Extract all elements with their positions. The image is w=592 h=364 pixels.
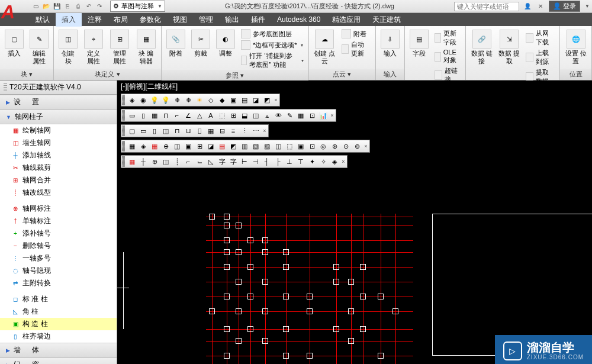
tool-icon[interactable]: 字 xyxy=(228,156,239,167)
tool-icon[interactable]: ▨ xyxy=(262,141,272,152)
freeze-icon[interactable]: ❄ xyxy=(183,95,194,105)
tool-icon[interactable]: ◪ xyxy=(205,141,216,152)
drawing-canvas[interactable]: [-][俯视][二维线框] ◈◉💡💡❄❄☀◇◆▣▤◪◩ × ▭▯▦⊓⌐∠△A⬚⊞… xyxy=(117,80,592,364)
tree-item[interactable]: +添补轴号 xyxy=(0,227,117,240)
toolbar-annotate[interactable]: ▭▯▦⊓⌐∠△A⬚⊞⬓◫⟁👁✎▦⊡📊 × xyxy=(121,109,336,122)
tool-icon[interactable]: ◫ xyxy=(273,141,284,152)
upload-source-button[interactable]: 上载到源 xyxy=(525,48,556,67)
tree-item[interactable]: ▯柱齐墙边 xyxy=(0,330,117,343)
tree-item[interactable]: †单轴标注 xyxy=(0,215,117,227)
tool-icon[interactable]: ✦ xyxy=(307,156,317,167)
tab-featured[interactable]: 精选应用 xyxy=(326,13,366,27)
pc-autoupdate-button[interactable]: 自动更新 xyxy=(340,40,372,59)
tool-icon[interactable]: ▣ xyxy=(183,141,194,152)
snap-underlay-button[interactable]: 打开 "捕捉到参考底图" 功能▾ xyxy=(240,51,305,70)
tool-icon[interactable]: ◺ xyxy=(205,156,216,167)
close-icon[interactable]: × xyxy=(262,125,268,136)
tree-item[interactable]: −删除轴号 xyxy=(0,240,117,252)
tab-annotate[interactable]: 注释 xyxy=(82,13,108,27)
tool-icon[interactable]: ⊕ xyxy=(149,156,160,167)
tree-item[interactable]: ◺角 柱 xyxy=(0,305,117,318)
tool-icon[interactable]: ▦ xyxy=(295,110,306,121)
layer-icon[interactable]: ◪ xyxy=(250,95,261,105)
tool-icon[interactable]: ⊢ xyxy=(239,156,250,167)
tab-plugin[interactable]: 插件 xyxy=(245,13,271,27)
tool-icon[interactable]: ◫ xyxy=(160,125,171,136)
tool-icon[interactable]: ⊓ xyxy=(172,125,182,136)
tree-item[interactable]: ⊕轴网标注 xyxy=(0,202,117,215)
close-icon[interactable]: × xyxy=(340,156,346,167)
tool-icon[interactable]: ▯ xyxy=(138,110,149,121)
tool-icon[interactable]: ◈ xyxy=(138,141,149,152)
download-source-button[interactable]: 从网下载 xyxy=(525,28,556,47)
panel-title-bar[interactable]: T20天正建筑软件 V4.0 xyxy=(0,80,117,95)
frames-vary-button[interactable]: *边框可变选项*▾ xyxy=(240,40,305,50)
layer-icon[interactable]: ▣ xyxy=(228,95,239,105)
layer-icon[interactable]: ◉ xyxy=(138,95,149,105)
tool-icon[interactable]: ⊣ xyxy=(250,156,261,167)
tab-a360[interactable]: Autodesk 360 xyxy=(271,14,326,25)
tool-icon[interactable]: ▭ xyxy=(127,110,137,121)
block-editor-button[interactable]: ▦块 编辑器 xyxy=(135,28,157,66)
tool-icon[interactable]: ⬚ xyxy=(284,141,295,152)
tree-item[interactable]: ⇄主附转换 xyxy=(0,277,117,289)
field-button[interactable]: ▤字段 xyxy=(408,28,430,59)
tool-icon[interactable]: ▦ xyxy=(149,141,160,152)
sun-icon[interactable]: ☀ xyxy=(194,95,205,105)
tool-icon[interactable]: ┤ xyxy=(262,156,272,167)
manage-attr-button[interactable]: ⊞管理 属性 xyxy=(108,28,131,66)
tool-icon[interactable]: ◫ xyxy=(250,110,261,121)
tool-icon[interactable]: ⌙ xyxy=(194,156,205,167)
infocenter-icon[interactable]: 👤 xyxy=(523,2,532,11)
toolbar-modify[interactable]: ▢▭▯◫⊓⊔⌷▦⊟≡⋮⋯ × xyxy=(121,124,269,137)
group-title-reference[interactable]: 参照 ▾ xyxy=(162,70,308,81)
tool-icon[interactable]: ⊛ xyxy=(329,141,340,152)
data-link-button[interactable]: 🔗数据 链接 xyxy=(469,28,493,66)
signin-button[interactable]: 👤 登录 xyxy=(549,1,580,12)
tool-icon[interactable]: ◈ xyxy=(329,156,340,167)
tool-icon[interactable]: ▢ xyxy=(127,125,137,136)
tool-icon[interactable]: ⊞ xyxy=(194,141,205,152)
tool-icon[interactable]: ⊡ xyxy=(307,110,317,121)
attach-button[interactable]: 📎附着 xyxy=(165,28,186,59)
qa-redo-icon[interactable]: ↷ xyxy=(95,2,104,11)
tool-icon[interactable]: ┊ xyxy=(172,156,182,167)
tool-icon[interactable]: ∠ xyxy=(183,110,194,121)
close-icon[interactable]: × xyxy=(273,95,279,105)
tab-manage[interactable]: 管理 xyxy=(193,13,219,27)
tool-icon[interactable]: ⌷ xyxy=(194,125,205,136)
tool-icon[interactable]: ⊓ xyxy=(160,110,171,121)
tool-icon[interactable]: ⊙ xyxy=(340,141,351,152)
tool-icon[interactable]: ⌐ xyxy=(183,156,194,167)
define-attr-button[interactable]: ⌖定义 属性 xyxy=(82,28,105,66)
tool-icon[interactable]: ┼ xyxy=(138,156,149,167)
underlay-layers-button[interactable]: 参考底图图层 xyxy=(240,28,305,39)
toolbar-tangent1[interactable]: ▦◈▦⊕◫▣⊞◪▤◩▥▧▨◫⬚▣⊡◎⊛⊙⊚ × xyxy=(121,140,370,153)
tool-icon[interactable]: ⊞ xyxy=(228,110,239,121)
tool-icon[interactable]: ▯ xyxy=(149,125,160,136)
toolbar-layers[interactable]: ◈◉💡💡❄❄☀◇◆▣▤◪◩ × xyxy=(121,94,280,107)
tree-item[interactable]: ⋮一轴多号 xyxy=(0,252,117,265)
tool-icon[interactable]: ⊤ xyxy=(295,156,306,167)
bulb-icon[interactable]: 💡 xyxy=(149,95,160,105)
layer-icon[interactable]: ◇ xyxy=(205,95,216,105)
tab-tangent[interactable]: 天正建筑 xyxy=(366,13,407,27)
tool-icon[interactable]: ≡ xyxy=(228,125,239,136)
tab-output[interactable]: 输出 xyxy=(219,13,245,27)
tool-icon[interactable]: 字 xyxy=(217,156,227,167)
tab-insert[interactable]: 插入 xyxy=(56,13,82,27)
layer-icon[interactable]: ◈ xyxy=(127,95,137,105)
data-extract-button[interactable]: ⇲数据 提取 xyxy=(497,28,521,66)
qa-undo-icon[interactable]: ↶ xyxy=(84,2,94,11)
create-pointcloud-button[interactable]: ☁创建 点云 xyxy=(313,28,337,66)
clip-button[interactable]: ✂剪裁 xyxy=(190,28,211,59)
tool-icon[interactable]: ▦ xyxy=(127,141,137,152)
qa-save-icon[interactable]: 💾 xyxy=(52,2,62,11)
tool-icon[interactable]: ⬓ xyxy=(239,110,250,121)
tool-icon[interactable]: ⊡ xyxy=(307,141,317,152)
qa-open-icon[interactable]: 📂 xyxy=(41,2,51,11)
tree-axis-columns[interactable]: ▼轴网柱子 xyxy=(0,109,117,124)
layer-icon[interactable]: ▤ xyxy=(239,95,250,105)
tool-icon[interactable]: ⋮ xyxy=(239,125,250,136)
update-field-button[interactable]: 更新字段 xyxy=(433,28,462,47)
